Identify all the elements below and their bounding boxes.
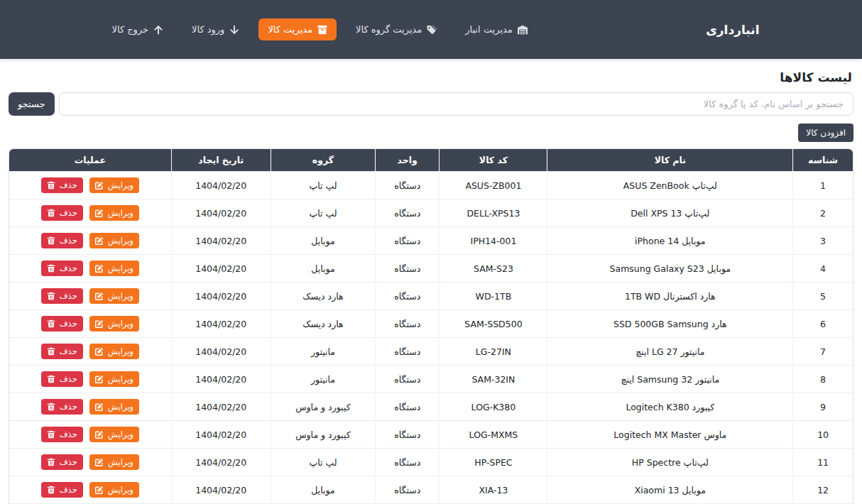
product-code-cell: XIA-13: [440, 476, 547, 504]
edit-button[interactable]: ویرایش: [89, 427, 139, 442]
trash-icon: [47, 209, 55, 217]
table-body: 1 لپ‌تاپ ASUS ZenBook ASUS-ZB001 دستگاه …: [9, 172, 853, 504]
product-name-cell: لپ‌تاپ ASUS ZenBook: [547, 172, 793, 199]
product-code-cell: SAM-S23: [440, 255, 547, 283]
nav-item-product-group-management[interactable]: مدیریت گروه کالا: [347, 18, 446, 40]
add-product-button[interactable]: افزودن کالا: [798, 124, 853, 142]
pen-square-icon: [95, 375, 104, 383]
actions-cell: ویرایش حذف: [9, 421, 171, 449]
search-input[interactable]: [59, 92, 853, 116]
pen-square-icon: [95, 458, 104, 466]
nav-item-product-entry[interactable]: ورود کالا: [182, 18, 249, 40]
delete-button[interactable]: حذف: [41, 399, 83, 415]
product-name-cell: کیبورد Logitech K380: [547, 393, 793, 421]
nav-item-product-exit[interactable]: خروج کالا: [103, 18, 173, 40]
edit-button[interactable]: ویرایش: [89, 454, 139, 470]
row-id-cell: 7: [793, 338, 853, 366]
created-date-cell: 1404/02/20: [171, 199, 271, 227]
table-row: 8 مانیتور Samsung 32 اینچ SAM-32IN دستگا…: [9, 366, 853, 393]
unit-cell: دستگاه: [376, 172, 440, 199]
group-cell: لپ تاپ: [271, 199, 375, 227]
product-name-cell: موبایل iPhone 14: [547, 227, 793, 255]
nav-list: مدیریت انبار مدیریت گروه کالا مدیریت کال…: [103, 18, 537, 40]
row-id-cell: 12: [793, 476, 853, 504]
edit-button[interactable]: ویرایش: [89, 261, 139, 276]
header-id: شناسه: [793, 149, 853, 172]
delete-button[interactable]: حذف: [41, 482, 83, 498]
edit-button[interactable]: ویرایش: [89, 205, 139, 221]
delete-button[interactable]: حذف: [41, 427, 83, 442]
product-code-cell: SAM-SSD500: [440, 310, 547, 338]
delete-button[interactable]: حذف: [41, 177, 83, 193]
delete-button[interactable]: حذف: [41, 344, 83, 359]
nav-item-warehouse-management[interactable]: مدیریت انبار: [456, 18, 537, 40]
row-id-cell: 2: [793, 199, 853, 227]
product-code-cell: HP-SPEC: [440, 449, 547, 476]
edit-button[interactable]: ویرایش: [89, 288, 139, 304]
table-row: 5 هارد اکسترنال 1TB WD WD-1TB دستگاه هار…: [9, 283, 853, 310]
group-cell: مانیتور: [271, 366, 375, 393]
pen-square-icon: [95, 430, 104, 439]
table-row: 2 لپ‌تاپ Dell XPS 13 DELL-XPS13 دستگاه ل…: [9, 199, 853, 227]
unit-cell: دستگاه: [376, 338, 440, 366]
actions-cell: ویرایش حذف: [9, 476, 171, 504]
unit-cell: دستگاه: [376, 449, 440, 476]
delete-button[interactable]: حذف: [41, 205, 83, 221]
edit-button[interactable]: ویرایش: [89, 344, 139, 359]
edit-button[interactable]: ویرایش: [89, 482, 139, 498]
edit-button[interactable]: ویرایش: [89, 371, 139, 387]
pen-square-icon: [95, 292, 104, 300]
delete-button[interactable]: حذف: [41, 316, 83, 332]
edit-button[interactable]: ویرایش: [89, 316, 139, 332]
pen-square-icon: [95, 402, 104, 411]
delete-button[interactable]: حذف: [41, 233, 83, 248]
product-name-cell: موبایل Samsung Galaxy S23: [547, 255, 793, 283]
created-date-cell: 1404/02/20: [171, 449, 271, 476]
table-row: 12 موبایل Xiaomi 13 XIA-13 دستگاه موبایل…: [9, 476, 853, 504]
created-date-cell: 1404/02/20: [171, 255, 271, 283]
created-date-cell: 1404/02/20: [171, 476, 271, 504]
table-row: 6 هارد SSD 500GB Samsung SAM-SSD500 دستگ…: [9, 310, 853, 338]
delete-button[interactable]: حذف: [41, 454, 83, 470]
delete-button[interactable]: حذف: [41, 288, 83, 304]
pen-square-icon: [95, 486, 104, 494]
row-id-cell: 11: [793, 449, 853, 476]
delete-button[interactable]: حذف: [41, 261, 83, 276]
created-date-cell: 1404/02/20: [171, 227, 271, 255]
app-brand[interactable]: انبارداری: [706, 23, 759, 37]
unit-cell: دستگاه: [376, 476, 440, 504]
table-header-row: شناسه نام کالا کد کالا واحد گروه تاریخ ا…: [9, 149, 853, 172]
product-name-cell: مانیتور Samsung 32 اینچ: [547, 366, 793, 393]
created-date-cell: 1404/02/20: [171, 283, 271, 310]
product-name-cell: ماوس Logitech MX Master: [547, 421, 793, 449]
group-cell: کیبورد و ماوس: [271, 393, 375, 421]
delete-button[interactable]: حذف: [41, 371, 83, 387]
product-name-cell: مانیتور LG 27 اینچ: [547, 338, 793, 366]
edit-button[interactable]: ویرایش: [89, 399, 139, 415]
trash-icon: [47, 402, 55, 411]
edit-button[interactable]: ویرایش: [89, 233, 139, 248]
group-cell: هارد دیسک: [271, 310, 375, 338]
actions-cell: ویرایش حذف: [9, 227, 171, 255]
group-cell: کیبورد و ماوس: [271, 421, 375, 449]
created-date-cell: 1404/02/20: [171, 338, 271, 366]
unit-cell: دستگاه: [376, 310, 440, 338]
main-content: لیست کالاها جستجو افزودن کالا شناسه نام …: [0, 70, 862, 504]
group-cell: لپ تاپ: [271, 449, 375, 476]
edit-button[interactable]: ویرایش: [89, 177, 139, 193]
actions-cell: ویرایش حذف: [9, 172, 171, 199]
unit-cell: دستگاه: [376, 366, 440, 393]
trash-icon: [47, 430, 55, 439]
product-name-cell: هارد اکسترنال 1TB WD: [547, 283, 793, 310]
search-button[interactable]: جستجو: [9, 92, 55, 116]
created-date-cell: 1404/02/20: [171, 310, 271, 338]
pen-square-icon: [95, 319, 104, 328]
trash-icon: [47, 264, 55, 273]
table-row: 7 مانیتور LG 27 اینچ LG-27IN دستگاه مانی…: [9, 338, 853, 366]
nav-item-product-management[interactable]: مدیریت کالا: [258, 18, 337, 40]
header-group: گروه: [271, 149, 375, 172]
add-row: افزودن کالا: [9, 124, 853, 142]
group-cell: هارد دیسک: [271, 283, 375, 310]
pen-square-icon: [95, 236, 104, 245]
product-code-cell: ASUS-ZB001: [440, 172, 547, 199]
